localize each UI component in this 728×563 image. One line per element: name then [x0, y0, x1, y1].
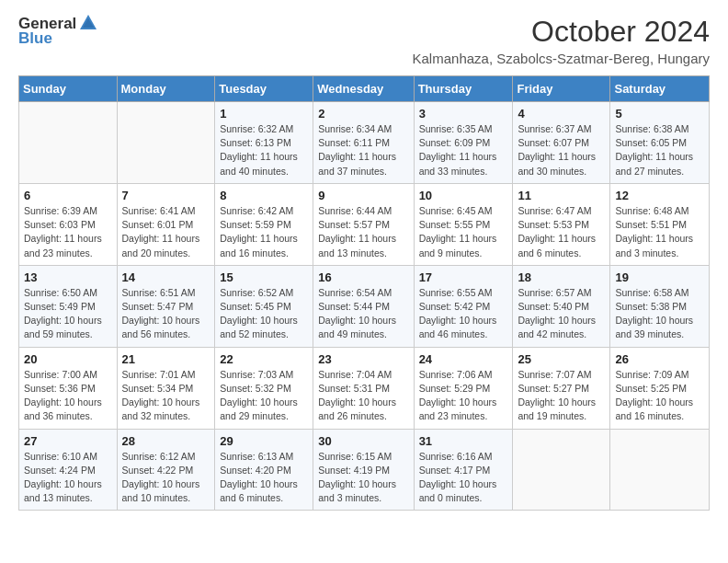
- day-info: Sunrise: 6:38 AMSunset: 6:05 PMDaylight:…: [615, 122, 704, 178]
- calendar-cell: 7Sunrise: 6:41 AMSunset: 6:01 PMDaylight…: [117, 183, 215, 265]
- calendar-cell: 29Sunrise: 6:13 AMSunset: 4:20 PMDayligh…: [215, 429, 313, 511]
- calendar-cell: 5Sunrise: 6:38 AMSunset: 6:05 PMDaylight…: [610, 102, 710, 184]
- day-info: Sunrise: 6:44 AMSunset: 5:57 PMDaylight:…: [318, 204, 408, 260]
- calendar-cell: 27Sunrise: 6:10 AMSunset: 4:24 PMDayligh…: [19, 429, 118, 511]
- day-info: Sunrise: 6:51 AMSunset: 5:47 PMDaylight:…: [122, 286, 210, 342]
- day-number: 2: [318, 107, 408, 121]
- day-info: Sunrise: 7:04 AMSunset: 5:31 PMDaylight:…: [318, 368, 408, 424]
- title-area: October 2024 Kalmanhaza, Szabolcs-Szatma…: [413, 15, 710, 66]
- day-number: 14: [122, 270, 210, 284]
- day-info: Sunrise: 6:47 AMSunset: 5:53 PMDaylight:…: [518, 204, 605, 260]
- day-info: Sunrise: 6:16 AMSunset: 4:17 PMDaylight:…: [419, 450, 508, 506]
- day-number: 20: [24, 352, 112, 366]
- calendar-cell: 19Sunrise: 6:58 AMSunset: 5:38 PMDayligh…: [610, 265, 710, 347]
- day-number: 12: [615, 189, 704, 202]
- day-number: 23: [318, 352, 408, 366]
- day-number: 25: [518, 352, 605, 366]
- calendar-cell: [610, 429, 710, 511]
- calendar-cell: 9Sunrise: 6:44 AMSunset: 5:57 PMDaylight…: [313, 183, 414, 265]
- calendar-cell: 26Sunrise: 7:09 AMSunset: 5:25 PMDayligh…: [610, 347, 710, 429]
- day-info: Sunrise: 6:58 AMSunset: 5:38 PMDaylight:…: [615, 286, 704, 342]
- day-info: Sunrise: 7:01 AMSunset: 5:34 PMDaylight:…: [122, 368, 210, 424]
- day-info: Sunrise: 6:57 AMSunset: 5:40 PMDaylight:…: [518, 286, 605, 342]
- day-number: 19: [615, 270, 704, 284]
- day-info: Sunrise: 6:45 AMSunset: 5:55 PMDaylight:…: [419, 204, 508, 260]
- day-number: 29: [220, 434, 308, 448]
- day-info: Sunrise: 6:50 AMSunset: 5:49 PMDaylight:…: [24, 286, 112, 342]
- day-number: 21: [122, 352, 210, 366]
- day-number: 18: [518, 270, 605, 284]
- day-number: 10: [419, 189, 508, 202]
- calendar-cell: 13Sunrise: 6:50 AMSunset: 5:49 PMDayligh…: [19, 265, 118, 347]
- calendar-cell: 24Sunrise: 7:06 AMSunset: 5:29 PMDayligh…: [414, 347, 513, 429]
- day-info: Sunrise: 7:00 AMSunset: 5:36 PMDaylight:…: [24, 368, 112, 424]
- day-number: 27: [24, 434, 112, 448]
- calendar-cell: 10Sunrise: 6:45 AMSunset: 5:55 PMDayligh…: [414, 183, 513, 265]
- day-info: Sunrise: 6:35 AMSunset: 6:09 PMDaylight:…: [419, 122, 508, 178]
- calendar-cell: 4Sunrise: 6:37 AMSunset: 6:07 PMDaylight…: [513, 102, 610, 184]
- day-info: Sunrise: 6:55 AMSunset: 5:42 PMDaylight:…: [419, 286, 508, 342]
- calendar-cell: 17Sunrise: 6:55 AMSunset: 5:42 PMDayligh…: [414, 265, 513, 347]
- day-info: Sunrise: 6:10 AMSunset: 4:24 PMDaylight:…: [24, 450, 112, 506]
- calendar-week-1: 1Sunrise: 6:32 AMSunset: 6:13 PMDaylight…: [19, 102, 710, 184]
- calendar-cell: 31Sunrise: 6:16 AMSunset: 4:17 PMDayligh…: [414, 429, 513, 511]
- day-number: 13: [24, 270, 112, 284]
- calendar-cell: [117, 102, 215, 184]
- day-info: Sunrise: 7:07 AMSunset: 5:27 PMDaylight:…: [518, 368, 605, 424]
- day-info: Sunrise: 6:54 AMSunset: 5:44 PMDaylight:…: [318, 286, 408, 342]
- calendar-cell: 14Sunrise: 6:51 AMSunset: 5:47 PMDayligh…: [117, 265, 215, 347]
- page: General Blue October 2024 Kalmanhaza, Sz…: [0, 0, 728, 529]
- day-number: 11: [518, 189, 605, 202]
- day-number: 15: [220, 270, 308, 284]
- day-info: Sunrise: 6:34 AMSunset: 6:11 PMDaylight:…: [318, 122, 408, 178]
- day-number: 8: [220, 189, 308, 202]
- calendar-cell: 15Sunrise: 6:52 AMSunset: 5:45 PMDayligh…: [215, 265, 313, 347]
- day-number: 31: [419, 434, 508, 448]
- calendar-cell: 11Sunrise: 6:47 AMSunset: 5:53 PMDayligh…: [513, 183, 610, 265]
- calendar-cell: 16Sunrise: 6:54 AMSunset: 5:44 PMDayligh…: [313, 265, 414, 347]
- logo-icon: [78, 13, 98, 33]
- col-monday: Monday: [117, 76, 215, 102]
- day-info: Sunrise: 6:48 AMSunset: 5:51 PMDaylight:…: [615, 204, 704, 260]
- calendar-cell: 12Sunrise: 6:48 AMSunset: 5:51 PMDayligh…: [610, 183, 710, 265]
- day-number: 16: [318, 270, 408, 284]
- day-info: Sunrise: 7:09 AMSunset: 5:25 PMDaylight:…: [615, 368, 704, 424]
- calendar-cell: 3Sunrise: 6:35 AMSunset: 6:09 PMDaylight…: [414, 102, 513, 184]
- day-number: 5: [615, 107, 704, 121]
- calendar-cell: 23Sunrise: 7:04 AMSunset: 5:31 PMDayligh…: [313, 347, 414, 429]
- day-info: Sunrise: 6:42 AMSunset: 5:59 PMDaylight:…: [220, 204, 308, 260]
- calendar-cell: 25Sunrise: 7:07 AMSunset: 5:27 PMDayligh…: [513, 347, 610, 429]
- day-number: 3: [419, 107, 508, 121]
- calendar-week-5: 27Sunrise: 6:10 AMSunset: 4:24 PMDayligh…: [19, 429, 710, 511]
- calendar-cell: 22Sunrise: 7:03 AMSunset: 5:32 PMDayligh…: [215, 347, 313, 429]
- day-info: Sunrise: 7:06 AMSunset: 5:29 PMDaylight:…: [419, 368, 508, 424]
- day-number: 4: [518, 107, 605, 121]
- calendar-week-4: 20Sunrise: 7:00 AMSunset: 5:36 PMDayligh…: [19, 347, 710, 429]
- day-info: Sunrise: 6:15 AMSunset: 4:19 PMDaylight:…: [318, 450, 408, 506]
- col-saturday: Saturday: [610, 76, 710, 102]
- calendar-cell: 18Sunrise: 6:57 AMSunset: 5:40 PMDayligh…: [513, 265, 610, 347]
- day-number: 6: [24, 189, 112, 202]
- calendar-cell: [19, 102, 118, 184]
- day-number: 28: [122, 434, 210, 448]
- day-info: Sunrise: 6:37 AMSunset: 6:07 PMDaylight:…: [518, 122, 605, 178]
- calendar-cell: 21Sunrise: 7:01 AMSunset: 5:34 PMDayligh…: [117, 347, 215, 429]
- day-number: 9: [318, 189, 408, 202]
- day-info: Sunrise: 6:12 AMSunset: 4:22 PMDaylight:…: [122, 450, 210, 506]
- day-info: Sunrise: 6:13 AMSunset: 4:20 PMDaylight:…: [220, 450, 308, 506]
- day-number: 24: [419, 352, 508, 366]
- day-number: 30: [318, 434, 408, 448]
- day-info: Sunrise: 6:41 AMSunset: 6:01 PMDaylight:…: [122, 204, 210, 260]
- col-wednesday: Wednesday: [313, 76, 414, 102]
- calendar-cell: 6Sunrise: 6:39 AMSunset: 6:03 PMDaylight…: [19, 183, 118, 265]
- calendar-table: Sunday Monday Tuesday Wednesday Thursday…: [18, 75, 710, 511]
- col-sunday: Sunday: [19, 76, 118, 102]
- day-number: 22: [220, 352, 308, 366]
- col-friday: Friday: [513, 76, 610, 102]
- calendar-week-2: 6Sunrise: 6:39 AMSunset: 6:03 PMDaylight…: [19, 183, 710, 265]
- month-title: October 2024: [413, 15, 710, 49]
- calendar-header-row: Sunday Monday Tuesday Wednesday Thursday…: [19, 76, 710, 102]
- day-number: 1: [220, 107, 308, 121]
- logo-blue: Blue: [18, 29, 52, 48]
- calendar-cell: [513, 429, 610, 511]
